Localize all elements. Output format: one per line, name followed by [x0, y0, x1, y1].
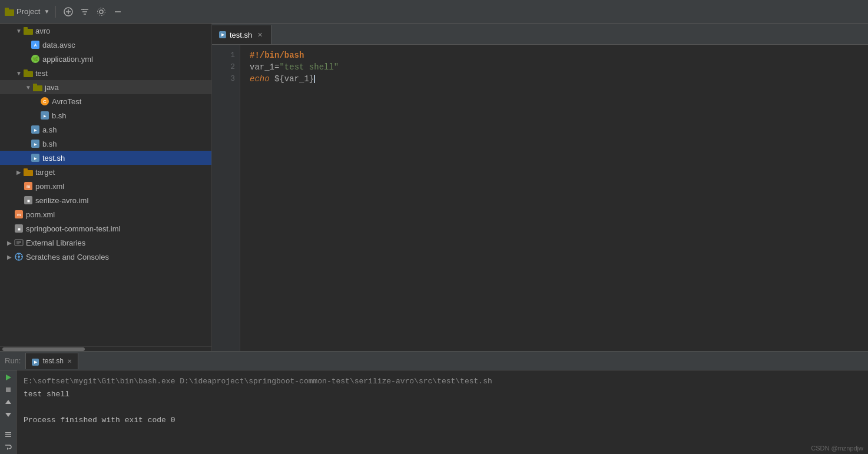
sidebar-item-bsh[interactable]: ▶ b.sh [0, 137, 211, 151]
sidebar-hscroll-thumb [2, 347, 85, 351]
svg-marker-32 [5, 400, 11, 404]
sidebar-item-testsh[interactable]: ▶ test.sh [0, 151, 211, 165]
sidebar-scroll[interactable]: ▼ avro A data.avsc 🌿 application.yml [0, 24, 211, 346]
bsh-icon: ▶ [31, 139, 40, 148]
svg-rect-15 [24, 69, 28, 72]
tab-testsh-label: test.sh [230, 31, 252, 39]
svg-rect-13 [24, 27, 28, 29]
pom-inner-icon: m [24, 181, 33, 191]
toolbar-sep-1 [55, 6, 56, 18]
yml-icon: 🌿 [31, 54, 40, 64]
svg-rect-34 [5, 432, 11, 433]
editor-area: ▶ test.sh ✕ 1 2 3 #!/bin/bash var_1="tes… [212, 24, 868, 351]
svg-rect-17 [33, 84, 37, 86]
sidebar-hscroll[interactable] [0, 346, 211, 351]
svg-point-25 [18, 256, 20, 258]
bottom-panel: Run: ▶ test.sh ✕ [0, 351, 868, 454]
avro-label: avro [35, 26, 50, 35]
springboot-iml-label: springboot-common-test.iml [26, 224, 120, 233]
java-label: java [45, 83, 59, 92]
sidebar-item-test[interactable]: ▼ test [0, 66, 211, 80]
sidebar-item-ext-lib[interactable]: ▶ External Libraries [0, 236, 211, 250]
tab-testsh[interactable]: ▶ test.sh ✕ [212, 25, 271, 44]
test-arrow: ▼ [14, 68, 24, 78]
pom-xml-icon: m [14, 210, 24, 219]
svg-marker-30 [6, 375, 11, 380]
sidebar-item-java[interactable]: ▼ java [0, 80, 211, 94]
bsh-inner-icon: ▶ [40, 111, 49, 120]
main-area: ▼ avro A data.avsc 🌿 application.yml [0, 24, 868, 351]
run-tab-bar: Run: ▶ test.sh ✕ [0, 352, 868, 370]
sidebar-item-ash[interactable]: ▶ a.sh [0, 122, 211, 137]
sidebar-item-target[interactable]: ▶ target [0, 165, 211, 179]
bottom-right-label: CSDN @mznpdjw [811, 445, 863, 452]
code-content[interactable]: #!/bin/bash var_1="test shell" echo ${va… [240, 45, 868, 351]
tab-testsh-close[interactable]: ✕ [256, 31, 264, 39]
pom-xml-label: pom.xml [26, 210, 55, 219]
project-dropdown-icon[interactable]: ▼ [44, 8, 49, 15]
scratches-icon [14, 252, 24, 261]
sidebar-item-pom-inner[interactable]: m pom.xml [0, 179, 211, 193]
test-label: test [35, 69, 48, 78]
data-avsc-label: data.avsc [42, 41, 75, 49]
console-output[interactable]: E:\softset\mygit\Git\bin\bash.exe D:\ide… [16, 370, 868, 454]
sidebar-item-serilize-iml[interactable]: ◼ serilize-avro.iml [0, 193, 211, 207]
svg-rect-36 [5, 436, 11, 437]
ext-lib-icon [14, 238, 24, 247]
scroll-down-button[interactable] [2, 410, 14, 420]
settings-console-button[interactable] [2, 429, 14, 439]
svg-marker-37 [7, 448, 9, 450]
target-folder-icon [24, 167, 33, 177]
sidebar: ▼ avro A data.avsc 🌿 application.yml [0, 24, 212, 351]
application-yml-label: application.yml [42, 55, 93, 64]
svg-rect-16 [33, 85, 42, 91]
sidebar-item-data-avsc[interactable]: A data.avsc [0, 38, 211, 52]
add-button[interactable] [62, 5, 75, 18]
svg-rect-0 [5, 9, 14, 16]
ash-icon: ▶ [31, 125, 40, 134]
stop-button[interactable] [2, 385, 14, 395]
svg-rect-14 [24, 71, 33, 77]
sidebar-item-avrotest[interactable]: C AvroTest [0, 94, 211, 108]
sidebar-item-scratches[interactable]: ▶ Scratches and Consoles [0, 250, 211, 264]
code-editor: 1 2 3 #!/bin/bash var_1="test shell" ech… [212, 45, 868, 351]
scratches-arrow: ▶ [5, 252, 14, 261]
sidebar-item-bsh-inner[interactable]: ▶ b.sh [0, 108, 211, 122]
project-folder-icon [5, 7, 14, 16]
svg-rect-19 [24, 168, 28, 171]
run-tab-icon: ▶ [32, 357, 39, 366]
settings-button[interactable] [95, 5, 108, 18]
sidebar-item-springboot-iml[interactable]: ◼ springboot-common-test.iml [0, 221, 211, 236]
target-arrow: ▶ [14, 167, 24, 177]
code-line-2: var_1="test shell" [250, 61, 859, 73]
wrap-button[interactable] [2, 442, 14, 452]
sidebar-item-avro[interactable]: ▼ avro [0, 24, 211, 38]
filter-button[interactable] [78, 5, 91, 18]
serilize-iml-label: serilize-avro.iml [35, 196, 88, 205]
console-line-4: Process finished with exit code 0 [24, 414, 861, 427]
bsh-label: b.sh [42, 140, 57, 148]
testsh-icon: ▶ [31, 153, 40, 163]
toolbar: Project ▼ [0, 0, 868, 24]
editor-tab-bar: ▶ test.sh ✕ [212, 24, 868, 45]
tab-testsh-icon: ▶ [219, 31, 226, 38]
run-tab-testsh[interactable]: ▶ test.sh ✕ [25, 353, 78, 369]
svg-point-10 [98, 8, 105, 15]
test-folder-icon [24, 68, 33, 78]
run-tab-close[interactable]: ✕ [67, 358, 72, 364]
svg-rect-12 [24, 29, 33, 35]
sidebar-item-application-yml[interactable]: 🌿 application.yml [0, 52, 211, 66]
minimize-button[interactable] [111, 5, 124, 18]
run-label: Run: [5, 356, 21, 365]
java-arrow: ▼ [24, 82, 33, 92]
avro-folder-icon [24, 26, 33, 35]
ext-lib-label: External Libraries [26, 238, 85, 247]
pom-inner-label: pom.xml [35, 182, 64, 191]
springboot-iml-icon: ◼ [14, 224, 24, 233]
scroll-up-button[interactable] [2, 397, 14, 407]
run-button[interactable] [2, 373, 14, 383]
svg-rect-1 [5, 8, 9, 10]
sidebar-item-pom-xml[interactable]: m pom.xml [0, 207, 211, 221]
svg-rect-18 [24, 170, 33, 176]
console-line-2: test shell [24, 388, 861, 401]
